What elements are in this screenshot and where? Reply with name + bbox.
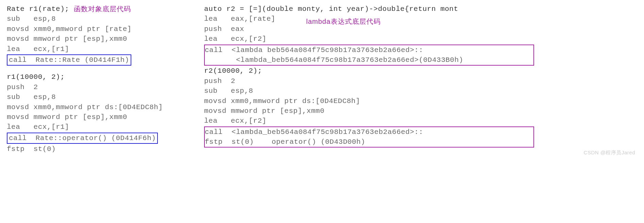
left-asm1-2: movsd mmword ptr [esp],xmm0 — [7, 34, 204, 44]
right-call1a: call <lambda beb564a084f75c98b17a3763eb2… — [205, 46, 423, 54]
right-call1-box: call <lambda beb564a084f75c98b17a3763eb2… — [204, 45, 534, 66]
right-asm1-2: lea ecx,[r2] — [204, 34, 637, 44]
left-src1: Rate r1(rate); — [7, 4, 69, 14]
left-src1-row: Rate r1(rate); 函数对象底层代码 — [7, 4, 204, 14]
left-asm2-2: movsd xmm0,mmword ptr ds:[0D4EDC8h] — [7, 102, 204, 112]
left-asm1-3: lea ecx,[r1] — [7, 44, 204, 54]
right-src1: auto r2 = [=](double monty, int year)->d… — [204, 4, 637, 14]
right-call2-box: call <lambda_beb564a084f75c98b17a3763eb2… — [204, 126, 534, 148]
right-column: auto r2 = [=](double monty, int year)->d… — [204, 4, 637, 148]
left-column: Rate r1(rate); 函数对象底层代码 sub esp,8 movsd … — [7, 4, 204, 154]
right-src2: r2(10000, 2); — [204, 66, 637, 76]
right-note: lambda表达式底层代码 — [306, 17, 381, 26]
right-call2b: fstp st(0) operator() (0D43D00h) — [205, 138, 365, 146]
left-note: 函数对象底层代码 — [74, 4, 131, 14]
left-call2-box: call Rate::operator() (0D414F6h) — [7, 133, 158, 144]
right-asm2-4: lea ecx,[r2] — [204, 116, 637, 126]
left-asm2-0: push 2 — [7, 82, 204, 92]
right-call1b: <lambda_beb564a084f75c98b17a3763eb2a66ed… — [205, 56, 463, 64]
left-asm2-3: movsd mmword ptr [esp],xmm0 — [7, 112, 204, 122]
left-call1-box: call Rate::Rate (0D414F1h) — [7, 54, 131, 66]
right-asm2-0: push 2 — [204, 76, 637, 86]
right-call2a: call <lambda_beb564a084f75c98b17a3763eb2… — [205, 128, 423, 136]
right-asm1-0: lea eax,[rate] — [204, 14, 637, 24]
left-asm2-4: lea ecx,[r1] — [7, 122, 204, 132]
left-asm1-1: movsd xmm0,mmword ptr [rate] — [7, 24, 204, 34]
right-asm2-3: movsd mmword ptr [esp],xmm0 — [204, 106, 637, 116]
left-asm1-0: sub esp,8 — [7, 14, 204, 24]
code-comparison: Rate r1(rate); 函数对象底层代码 sub esp,8 movsd … — [7, 4, 637, 154]
left-src2: r1(10000, 2); — [7, 72, 204, 82]
left-call2: call Rate::operator() (0D414F6h) — [9, 134, 156, 142]
right-asm1-1: push eax — [204, 24, 637, 34]
watermark: CSDN @程序员Jared — [584, 150, 635, 156]
right-asm2-1: sub esp,8 — [204, 86, 637, 96]
left-tail: fstp st(0) — [7, 144, 204, 154]
right-asm2-2: movsd xmm0,mmword ptr ds:[0D4EDC8h] — [204, 96, 637, 106]
left-asm2-1: sub esp,8 — [7, 92, 204, 102]
left-call1: call Rate::Rate (0D414F1h) — [9, 56, 129, 64]
